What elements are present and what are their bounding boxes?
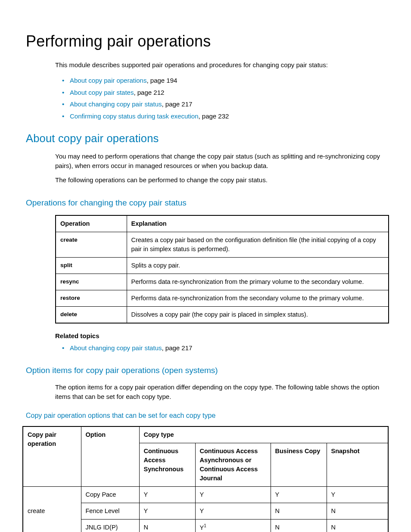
toc-suffix: , page 232 <box>198 112 229 120</box>
toc-suffix: , page 212 <box>134 89 164 96</box>
toc-suffix: , page 217 <box>162 100 192 108</box>
table-row: resync Performs data re-synchronization … <box>56 274 389 290</box>
exp-cell: Creates a copy pair based on the configu… <box>127 232 389 257</box>
opts-th-copytype: Copy type <box>139 426 388 443</box>
op-cell: delete <box>56 306 127 323</box>
op-cell: split <box>56 257 127 274</box>
opts-val-cell: Y1 <box>195 519 271 532</box>
related-suffix: , page 217 <box>162 344 192 352</box>
op-cell: restore <box>56 290 127 306</box>
related-topics-heading: Related topics <box>55 331 385 341</box>
section1-p2: The following operations can be performe… <box>55 175 385 185</box>
opts-option-cell: Fence Level <box>81 503 139 519</box>
toc-item: About copy pair states, page 212 <box>62 88 385 97</box>
section-heading-ops-change: Operations for changing the copy pair st… <box>26 197 385 209</box>
footnote-sup: 1 <box>204 523 206 528</box>
table-row: delete Dissolves a copy pair (the copy p… <box>56 306 389 323</box>
page-title: Performing pair operations <box>26 30 385 53</box>
toc-item: About copy pair operations, page 194 <box>62 76 385 85</box>
exp-cell: Dissolves a copy pair (the copy pair is … <box>127 306 389 323</box>
options-table: Copy pair operation Option Copy type Con… <box>22 426 389 532</box>
op-cell: create <box>56 232 127 257</box>
opts-th-cas: Continuous Access Synchronous <box>139 443 195 486</box>
opts-val-cell: Y <box>195 503 271 519</box>
toc-item: Confirming copy status during task execu… <box>62 112 385 121</box>
operations-table: Operation Explanation create Creates a c… <box>55 215 389 324</box>
opts-val-cell: N <box>271 503 327 519</box>
exp-cell: Performs data re-synchronization from th… <box>127 274 389 290</box>
toc-link[interactable]: About changing copy pair status <box>70 100 162 108</box>
exp-cell: Splits a copy pair. <box>127 257 389 274</box>
opts-th-caaj: Continuous Access Asynchronous or Contin… <box>195 443 271 486</box>
toc-suffix: , page 194 <box>146 77 177 84</box>
table-row: create Copy Pace Y Y Y Y <box>23 486 388 503</box>
opts-val-cell: N <box>271 519 327 532</box>
op-cell: resync <box>56 274 127 290</box>
opts-val-cell: N <box>139 519 195 532</box>
section3-p1: The option items for a copy pair operati… <box>55 383 385 401</box>
table-row: restore Performs data re-synchronization… <box>56 290 389 306</box>
intro-text: This module describes supported pair ope… <box>55 60 385 70</box>
opts-th-bc: Business Copy <box>271 443 327 486</box>
related-list: About changing copy pair status, page 21… <box>62 343 385 353</box>
ops-th-operation: Operation <box>56 215 127 232</box>
related-link[interactable]: About changing copy pair status <box>70 344 162 352</box>
toc-list: About copy pair operations, page 194 Abo… <box>62 76 385 121</box>
related-item: About changing copy pair status, page 21… <box>62 343 385 353</box>
section-heading-about-ops: About copy pair operations <box>26 131 385 146</box>
section-heading-option-items: Option items for copy pair operations (o… <box>26 364 385 376</box>
options-table-caption: Copy pair operation options that can be … <box>26 411 385 420</box>
opts-val-cell: Y <box>327 486 388 503</box>
opts-op-cell: create <box>23 486 81 532</box>
toc-item: About changing copy pair status, page 21… <box>62 100 385 109</box>
opts-val-cell: Y <box>195 486 271 503</box>
opts-th-operation: Copy pair operation <box>23 426 81 487</box>
toc-link[interactable]: About copy pair operations <box>70 77 146 84</box>
opts-option-cell: Copy Pace <box>81 486 139 503</box>
table-row: split Splits a copy pair. <box>56 257 389 274</box>
opts-th-option: Option <box>81 426 139 487</box>
section1-p1: You may need to perform operations that … <box>55 152 385 171</box>
exp-cell: Performs data re-synchronization from th… <box>127 290 389 306</box>
toc-link[interactable]: About copy pair states <box>70 89 134 96</box>
opts-val-cell: Y <box>139 486 195 503</box>
table-row: create Creates a copy pair based on the … <box>56 232 389 257</box>
opts-val-cell: Y <box>271 486 327 503</box>
opts-val-cell: N <box>327 503 388 519</box>
opts-th-snap: Snapshot <box>327 443 388 486</box>
toc-link[interactable]: Confirming copy status during task execu… <box>70 112 198 120</box>
opts-option-cell: JNLG ID(P) <box>81 519 139 532</box>
ops-th-explanation: Explanation <box>127 215 389 232</box>
opts-val-cell: N <box>327 519 388 532</box>
opts-val-cell: Y <box>139 503 195 519</box>
